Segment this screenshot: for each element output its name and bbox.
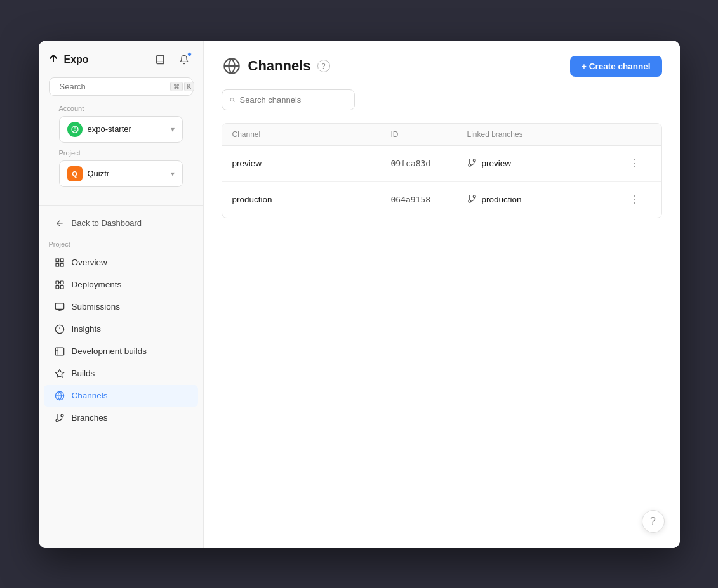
branch-icon-1	[467, 194, 477, 206]
back-label: Back to Dashboard	[72, 218, 142, 228]
builds-label: Builds	[72, 369, 95, 378]
svg-point-38	[473, 195, 475, 197]
kbd-k: K	[184, 82, 195, 91]
sidebar-item-dev-builds[interactable]: Development builds	[44, 341, 198, 362]
row-more-btn-0[interactable]: ⋮	[626, 155, 644, 173]
bell-icon-btn[interactable]	[175, 51, 193, 69]
table-row[interactable]: production 064a9158 production ⋮	[222, 182, 661, 218]
svg-rect-21	[55, 348, 63, 355]
project-avatar: Q	[67, 166, 83, 181]
help-icon[interactable]: ?	[317, 60, 330, 72]
svg-rect-15	[55, 303, 63, 309]
notification-dot	[187, 52, 192, 56]
svg-line-33	[233, 101, 234, 101]
branch-icon-0	[467, 158, 477, 169]
submissions-label: Submissions	[72, 302, 121, 311]
sidebar-item-branches[interactable]: Branches	[44, 407, 198, 429]
book-icon-btn[interactable]	[151, 51, 169, 69]
svg-point-3	[74, 127, 76, 129]
svg-marker-24	[55, 369, 63, 377]
app-name: Expo	[64, 54, 89, 65]
sidebar-divider	[39, 205, 203, 206]
svg-rect-12	[60, 285, 63, 289]
sidebar-item-builds[interactable]: Builds	[44, 363, 198, 384]
insights-label: Insights	[72, 324, 102, 334]
svg-point-29	[56, 419, 58, 422]
account-name: expo-starter	[88, 124, 131, 134]
branch-cell-1: production	[467, 194, 626, 206]
search-input[interactable]	[60, 82, 166, 91]
main-content: Channels ? + Create channel Channel ID L…	[204, 41, 680, 548]
kbd-cmd: ⌘	[170, 82, 183, 91]
table-row[interactable]: preview 09fca83d preview ⋮	[222, 146, 661, 182]
svg-rect-11	[56, 285, 59, 289]
svg-point-39	[468, 200, 470, 202]
row-more-btn-1[interactable]: ⋮	[626, 191, 644, 209]
channel-id-1: 064a9158	[391, 195, 467, 204]
channels-label: Channels	[72, 391, 108, 400]
insights-icon	[54, 323, 65, 335]
global-search[interactable]: ⌘ K	[49, 77, 193, 96]
app-logo: Expo	[49, 54, 89, 65]
svg-point-35	[473, 159, 475, 161]
back-to-dashboard[interactable]: Back to Dashboard	[44, 212, 198, 234]
search-channels-input[interactable]	[240, 95, 347, 105]
nav-section: Back to Dashboard Project Overview	[39, 209, 203, 432]
svg-point-36	[468, 164, 470, 166]
project-chevron: ▾	[171, 169, 175, 178]
svg-rect-5	[56, 259, 59, 262]
deployments-label: Deployments	[72, 280, 122, 289]
account-avatar	[67, 122, 83, 137]
project-selector[interactable]: Q Quiztr ▾	[59, 160, 183, 187]
svg-rect-10	[60, 281, 63, 284]
project-nav-label: Project	[39, 240, 203, 248]
dev-builds-label: Development builds	[72, 346, 147, 356]
branches-icon	[54, 412, 65, 424]
branch-name-1: production	[482, 195, 522, 204]
expo-logo-icon	[49, 54, 60, 65]
branch-cell-0: preview	[467, 158, 626, 169]
svg-point-28	[61, 414, 63, 417]
project-name: Quiztr	[88, 169, 110, 178]
col-actions	[626, 130, 651, 139]
main-header: Channels ? + Create channel	[222, 56, 662, 77]
search-channels-icon	[230, 96, 235, 104]
overview-icon	[54, 257, 65, 268]
account-section-label: Account	[49, 105, 193, 112]
svg-rect-7	[56, 263, 59, 266]
submissions-icon	[54, 301, 65, 313]
create-channel-button[interactable]: + Create channel	[570, 56, 661, 77]
channels-table: Channel ID Linked branches preview 09fca…	[222, 123, 662, 218]
sidebar-item-overview[interactable]: Overview	[44, 252, 198, 273]
dev-builds-icon	[54, 346, 65, 357]
branches-label: Branches	[72, 413, 108, 422]
sidebar: Expo	[39, 41, 204, 548]
col-channel: Channel	[232, 130, 391, 139]
svg-rect-9	[56, 281, 59, 284]
col-branches: Linked branches	[467, 130, 626, 139]
search-channels[interactable]	[222, 89, 355, 110]
channel-name-0: preview	[232, 159, 391, 168]
channels-page-icon	[222, 56, 242, 76]
svg-rect-6	[60, 259, 63, 262]
table-header: Channel ID Linked branches	[222, 124, 661, 146]
deployments-icon	[54, 279, 65, 291]
svg-rect-8	[60, 263, 63, 266]
sidebar-item-channels[interactable]: Channels	[44, 385, 198, 407]
account-selector[interactable]: expo-starter ▾	[59, 116, 183, 143]
channel-id-0: 09fca83d	[391, 159, 467, 168]
project-section-label: Project	[49, 149, 193, 157]
page-title: Channels	[248, 58, 311, 74]
col-id: ID	[391, 130, 467, 139]
sidebar-item-submissions[interactable]: Submissions	[44, 296, 198, 318]
sidebar-item-deployments[interactable]: Deployments	[44, 274, 198, 296]
channel-name-1: production	[232, 195, 391, 204]
overview-label: Overview	[72, 258, 107, 267]
help-fab[interactable]: ?	[642, 510, 665, 533]
sidebar-item-insights[interactable]: Insights	[44, 318, 198, 340]
branch-name-0: preview	[482, 159, 512, 168]
back-arrow-icon	[54, 218, 65, 229]
account-chevron: ▾	[171, 125, 175, 134]
channels-icon	[54, 390, 65, 402]
builds-icon	[54, 368, 65, 379]
